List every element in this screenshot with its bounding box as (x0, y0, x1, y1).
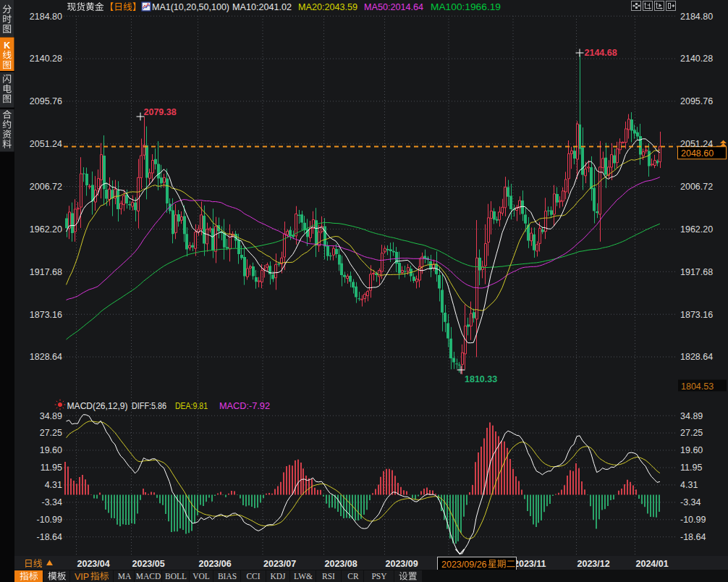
svg-text:2023/06: 2023/06 (199, 559, 232, 569)
svg-text:1804.53: 1804.53 (681, 381, 714, 392)
svg-text:BIAS: BIAS (218, 572, 237, 581)
svg-text:DIFF:5.86: DIFF:5.86 (132, 400, 166, 411)
svg-text:2140.28: 2140.28 (680, 54, 713, 64)
svg-text:2023/04: 2023/04 (77, 559, 110, 569)
svg-text:MACD(26,12,9): MACD(26,12,9) (67, 400, 128, 411)
svg-text:-18.64: -18.64 (680, 532, 706, 542)
svg-text:1873.16: 1873.16 (30, 310, 62, 320)
svg-text:2184.80: 2184.80 (30, 12, 62, 22)
svg-text:VIP: VIP (75, 572, 89, 582)
svg-text:RSI: RSI (322, 572, 335, 581)
svg-text:K: K (4, 41, 10, 51)
svg-text:BOLL: BOLL (165, 572, 187, 581)
svg-text:27.25: 27.25 (680, 428, 703, 438)
svg-text:1810.33: 1810.33 (465, 374, 497, 384)
svg-text:2095.76: 2095.76 (680, 96, 713, 106)
svg-text:PSY: PSY (371, 572, 387, 581)
svg-text:2048.60: 2048.60 (681, 148, 714, 159)
svg-text:MA50:2014.64: MA50:2014.64 (364, 1, 423, 12)
svg-text:34.89: 34.89 (40, 411, 62, 421)
svg-text:1962.20: 1962.20 (680, 224, 713, 235)
svg-text:2006.72: 2006.72 (680, 182, 713, 192)
svg-text:2023/09: 2023/09 (386, 559, 418, 569)
svg-text:2023/08: 2023/08 (325, 559, 357, 569)
svg-text:11.95: 11.95 (41, 463, 62, 473)
svg-text:CCI: CCI (246, 572, 260, 581)
svg-text:MA10:2041.02: MA10:2041.02 (232, 1, 292, 12)
svg-text:2023/07: 2023/07 (263, 559, 296, 569)
svg-text:MACD:-7.92: MACD:-7.92 (219, 400, 270, 411)
svg-text:-3.34: -3.34 (42, 497, 63, 507)
svg-text:34.89: 34.89 (680, 411, 703, 421)
svg-text:-10.99: -10.99 (37, 515, 62, 525)
svg-text:2144.68: 2144.68 (585, 48, 617, 58)
svg-text:1873.16: 1873.16 (680, 310, 713, 320)
svg-text:MA20:2043.59: MA20:2043.59 (298, 1, 357, 12)
svg-text:4.31: 4.31 (45, 480, 62, 490)
svg-text:MA: MA (118, 572, 132, 581)
svg-text:-18.64: -18.64 (37, 532, 62, 542)
svg-text:-3.34: -3.34 (680, 497, 701, 507)
svg-text:2095.76: 2095.76 (30, 96, 62, 106)
svg-text:MACD: MACD (136, 572, 161, 581)
svg-text:1828.64: 1828.64 (30, 352, 62, 362)
svg-text:DEA:9.81: DEA:9.81 (175, 400, 208, 411)
svg-text:CR: CR (347, 572, 359, 581)
svg-text:4.31: 4.31 (680, 480, 698, 490)
svg-text:2023/12: 2023/12 (577, 559, 610, 569)
svg-text:2184.80: 2184.80 (680, 12, 713, 22)
svg-text:LW&: LW& (294, 572, 313, 581)
svg-text:1962.20: 1962.20 (30, 224, 62, 235)
svg-text:2079.38: 2079.38 (144, 107, 177, 117)
svg-text:27.25: 27.25 (40, 428, 62, 438)
svg-text:VOL: VOL (192, 572, 210, 581)
svg-text:-10.99: -10.99 (680, 515, 706, 525)
svg-text:KDJ: KDJ (270, 572, 286, 581)
svg-text:MA100:1966.19: MA100:1966.19 (431, 1, 501, 12)
svg-text:1917.68: 1917.68 (680, 267, 713, 277)
svg-text:2023/09/26: 2023/09/26 (441, 560, 487, 570)
svg-text:MA1(10,20,50,100): MA1(10,20,50,100) (152, 1, 229, 12)
svg-text:2024/01: 2024/01 (636, 559, 669, 569)
svg-text:2006.72: 2006.72 (30, 182, 62, 192)
svg-text:19.60: 19.60 (680, 445, 703, 455)
svg-text:2023/05: 2023/05 (132, 559, 165, 569)
svg-text:19.60: 19.60 (40, 445, 62, 455)
svg-text:1828.64: 1828.64 (680, 352, 713, 362)
svg-text:1917.68: 1917.68 (30, 267, 62, 277)
svg-text:11.95: 11.95 (680, 463, 702, 473)
svg-text:2051.24: 2051.24 (30, 139, 62, 149)
svg-text:2023/11: 2023/11 (514, 559, 546, 569)
svg-text:2140.28: 2140.28 (30, 54, 62, 64)
